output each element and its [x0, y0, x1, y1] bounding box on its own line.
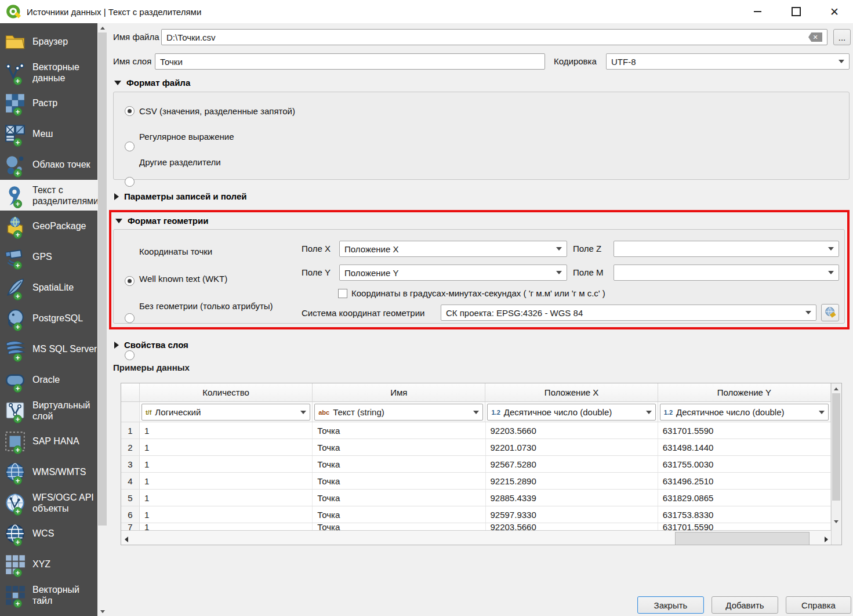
- globe-edit-icon: [824, 306, 837, 319]
- sidebar-item-virtual-layer[interactable]: + Виртуальный слой: [0, 395, 97, 426]
- section-file-format[interactable]: Формат файла: [114, 78, 190, 88]
- close-button[interactable]: ✕: [821, 0, 848, 23]
- horizontal-scrollbar-thumb[interactable]: [675, 532, 810, 545]
- radio-custom-delimiters[interactable]: [125, 177, 135, 187]
- column-header[interactable]: Имя: [313, 383, 485, 401]
- help-button[interactable]: Справка: [786, 596, 851, 614]
- radio-no-geometry[interactable]: [125, 350, 135, 360]
- encoding-select[interactable]: UTF-8: [606, 53, 850, 70]
- collapse-collapsed-icon: [114, 342, 119, 349]
- scroll-down-icon[interactable]: [832, 517, 841, 526]
- cell-x: 92203.5660: [486, 523, 658, 530]
- section-record-options[interactable]: Параметры записей и полей: [114, 191, 246, 201]
- close-icon: ✕: [830, 6, 839, 17]
- sidebar-item-gps[interactable]: + GPS: [0, 241, 97, 272]
- field-type-value: Текст (string): [333, 407, 384, 417]
- plus-badge-icon: +: [13, 353, 22, 362]
- add-button[interactable]: Добавить: [712, 596, 778, 614]
- sidebar-item-wfs[interactable]: + WFS/OGC API объекты: [0, 487, 97, 518]
- sidebar-item-browser[interactable]: Браузер: [0, 26, 97, 57]
- browse-file-button[interactable]: ...: [833, 29, 851, 45]
- sidebar-item-geopackage[interactable]: + GeoPackage: [0, 211, 97, 241]
- cell-y: 631498.1440: [658, 439, 831, 455]
- section-layer-props[interactable]: Свойства слоя: [114, 340, 188, 350]
- column-header[interactable]: Количество: [140, 383, 313, 401]
- field-type-select[interactable]: 1.2 Десятичное число (double): [487, 404, 655, 421]
- virtual-layer-icon: +: [4, 398, 27, 423]
- plus-badge-icon: +: [13, 568, 22, 577]
- raster-layer-icon: +: [4, 91, 27, 115]
- clear-input-icon[interactable]: ✕: [808, 32, 822, 42]
- sidebar-item-postgresql[interactable]: + PostgreSQL: [0, 303, 97, 334]
- select-crs-button[interactable]: [821, 304, 839, 321]
- section-geometry[interactable]: Формат геометрии: [115, 216, 208, 226]
- plus-badge-icon: +: [13, 138, 22, 147]
- sidebar-item-oracle[interactable]: + Oracle: [0, 364, 97, 395]
- vector-layer-icon: +: [4, 60, 27, 85]
- chevron-down-icon: [819, 411, 825, 414]
- sidebar-item-vector[interactable]: + Векторные данные: [0, 57, 97, 88]
- spatialite-icon: +: [4, 276, 27, 300]
- minimize-button[interactable]: [744, 0, 771, 23]
- sidebar-item-mesh[interactable]: + Меш: [0, 118, 97, 149]
- collapse-collapsed-icon: [114, 193, 119, 200]
- radio-point-coordinates[interactable]: [125, 276, 135, 286]
- cell-quantity: 1: [140, 422, 313, 439]
- radio-wkt-label: Well known text (WKT): [139, 271, 227, 287]
- type-cell: abc Текст (string): [313, 402, 485, 422]
- sidebar-scrollbar-thumb[interactable]: [98, 32, 107, 526]
- cell-quantity: 1: [140, 490, 313, 506]
- scroll-left-icon[interactable]: [121, 531, 131, 545]
- plus-badge-icon: +: [13, 476, 22, 485]
- field-type-select[interactable]: 1.2 Десятичное число (double): [660, 404, 829, 421]
- sidebar-item-xyz[interactable]: + XYZ: [0, 549, 97, 579]
- vertical-scrollbar-thumb[interactable]: [832, 393, 840, 501]
- sidebar-item-sap-hana[interactable]: + SAP HANA: [0, 426, 97, 456]
- file-name-input[interactable]: D:\Точки.csv ✕: [161, 29, 827, 45]
- sample-data-title: Примеры данных: [113, 363, 190, 372]
- sidebar-scrollbar[interactable]: [97, 23, 107, 616]
- scroll-right-icon[interactable]: [821, 531, 831, 545]
- sidebar-item-label: WMS/WMTS: [32, 466, 86, 477]
- radio-point-coordinates-label: Координаты точки: [139, 244, 212, 260]
- dms-checkbox[interactable]: [338, 289, 347, 298]
- crs-label: Система координат геометрии: [302, 305, 424, 321]
- sidebar-item-point-cloud[interactable]: + Облако точек: [0, 149, 97, 180]
- radio-csv[interactable]: [125, 106, 135, 116]
- vertical-scrollbar[interactable]: [831, 383, 841, 545]
- chevron-down-icon: [556, 247, 562, 251]
- crs-select[interactable]: СК проекта: EPSG:4326 - WGS 84: [441, 305, 816, 321]
- sidebar-item-wms[interactable]: + WMS/WMTS: [0, 456, 97, 487]
- field-y-value: Положение Y: [344, 268, 398, 278]
- scroll-up-icon[interactable]: [832, 385, 841, 393]
- sidebar-item-vector-tile[interactable]: + Векторный тайл: [0, 579, 97, 610]
- radio-wkt[interactable]: [125, 313, 135, 323]
- field-x-select[interactable]: Положение X: [339, 241, 567, 257]
- sidebar-item-raster[interactable]: + Растр: [0, 88, 97, 118]
- column-header[interactable]: Положение X: [485, 383, 658, 401]
- section-title: Параметры записей и полей: [124, 191, 246, 201]
- sidebar-item-mssql[interactable]: + MS SQL Server: [0, 334, 97, 364]
- field-type-select[interactable]: abc Текст (string): [314, 404, 483, 421]
- close-dialog-button[interactable]: Закрыть: [637, 596, 704, 614]
- sidebar-item-spatialite[interactable]: + SpatiaLite: [0, 272, 97, 303]
- column-header[interactable]: Положение Y: [658, 383, 831, 401]
- delimited-text-panel: Имя файла D:\Точки.csv ✕ ... Имя слоя То…: [107, 23, 853, 616]
- sidebar-item-label: Векторный тайл: [32, 584, 97, 606]
- layer-name-input[interactable]: Точки: [155, 53, 545, 70]
- scroll-up-icon[interactable]: [97, 23, 107, 32]
- cell-y: 631496.2510: [658, 473, 831, 489]
- maximize-button[interactable]: [783, 0, 810, 23]
- field-type-select[interactable]: t/f Логический: [141, 404, 310, 421]
- sidebar-item-wcs[interactable]: + WCS: [0, 518, 97, 549]
- scroll-down-icon[interactable]: [97, 607, 107, 616]
- field-z-select[interactable]: [614, 241, 839, 257]
- sidebar-item-delimited-text[interactable]: + Текст с разделителями: [0, 180, 97, 211]
- chevron-down-icon: [828, 247, 834, 251]
- field-y-select[interactable]: Положение Y: [339, 264, 567, 281]
- field-z-label: Поле Z: [573, 241, 601, 257]
- horizontal-scrollbar[interactable]: [121, 530, 831, 545]
- radio-regexp[interactable]: [125, 142, 135, 151]
- oracle-icon: +: [4, 368, 27, 392]
- field-m-select[interactable]: [614, 264, 839, 281]
